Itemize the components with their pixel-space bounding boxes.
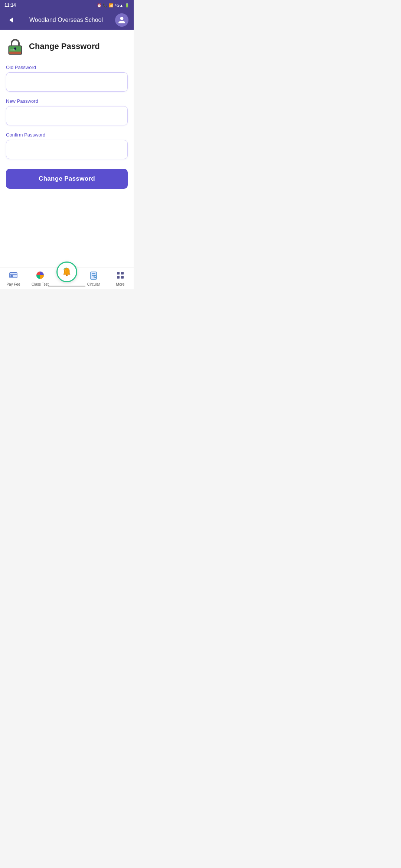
lock-icon: **** [6, 37, 25, 56]
svg-rect-13 [92, 273, 95, 274]
status-time: 11:14 [4, 3, 16, 8]
confirm-password-label: Confirm Password [6, 132, 128, 138]
change-password-button[interactable]: Change Password [6, 169, 128, 189]
back-button[interactable] [5, 14, 17, 26]
confirm-password-group: Confirm Password [6, 132, 128, 159]
svg-rect-7 [11, 276, 13, 277]
bell-icon [62, 267, 72, 277]
old-password-input[interactable] [6, 72, 128, 92]
confirm-password-input[interactable] [6, 140, 128, 159]
user-avatar-icon [118, 16, 126, 24]
bell-circle-button[interactable] [56, 262, 77, 282]
svg-point-4 [14, 47, 16, 50]
svg-rect-19 [121, 276, 124, 279]
status-bar: 11:14 ⏰ 📞 📶 4G▲ 🔋 [0, 0, 134, 10]
back-arrow-icon [9, 17, 13, 23]
nav-pay-fee[interactable]: Pay Fee [0, 267, 27, 289]
battery-icon: 🔋 [125, 3, 129, 7]
wifi-icon: 📶 [109, 3, 113, 7]
pay-fee-icon [9, 271, 18, 281]
svg-point-10 [65, 270, 66, 271]
page-header: **** Change Password [6, 37, 128, 56]
signal-icon: 4G▲ [115, 3, 123, 7]
nav-class-test-label: Class Test [32, 282, 49, 286]
nav-bell[interactable] [53, 261, 80, 283]
svg-rect-5 [10, 273, 17, 278]
avatar-button[interactable] [115, 13, 128, 27]
nav-circular-label: Circular [87, 282, 100, 286]
nav-pay-fee-label: Pay Fee [6, 282, 20, 286]
class-test-icon [36, 271, 45, 281]
svg-point-9 [66, 274, 68, 276]
new-password-input[interactable] [6, 106, 128, 125]
svg-rect-18 [117, 276, 120, 279]
status-icons: ⏰ 📞 📶 4G▲ 🔋 [97, 3, 129, 7]
old-password-label: Old Password [6, 65, 128, 70]
home-indicator [48, 286, 85, 287]
lock-svg: **** [6, 37, 24, 55]
svg-rect-16 [117, 272, 120, 274]
call-icon: 📞 [103, 3, 107, 7]
nav-more-label: More [116, 282, 125, 286]
new-password-label: New Password [6, 98, 128, 104]
svg-rect-17 [121, 272, 124, 274]
svg-rect-3 [9, 52, 21, 54]
page-title: Change Password [29, 42, 100, 51]
top-bar: Woodland Overseas School [0, 10, 134, 30]
app-title: Woodland Overseas School [17, 17, 115, 23]
new-password-group: New Password [6, 98, 128, 125]
alarm-icon: ⏰ [97, 3, 101, 7]
main-content: **** Change Password Old Password New Pa… [0, 30, 134, 267]
nav-more[interactable]: More [107, 267, 134, 289]
circular-icon [89, 271, 98, 281]
old-password-group: Old Password [6, 65, 128, 92]
more-icon [116, 271, 125, 281]
svg-point-11 [66, 270, 66, 270]
